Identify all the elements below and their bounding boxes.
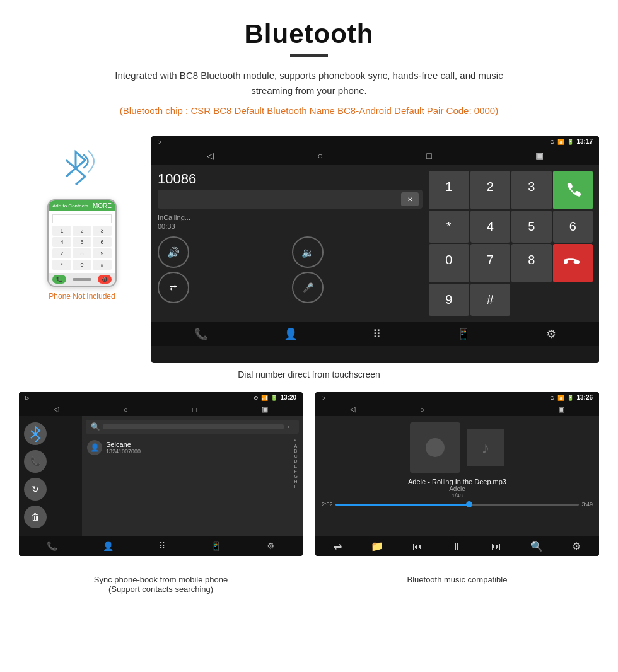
dial-input-bar: ✕ [158, 190, 423, 209]
settings-tab-icon[interactable]: ⚙ [546, 327, 556, 341]
contacts-device-icon[interactable]: 📱 [211, 541, 221, 551]
nav-bar-dial: ◁ ○ □ ▣ [151, 147, 599, 165]
contacts-tab-icon[interactable]: 👤 [284, 327, 298, 341]
shuffle-icon[interactable]: ⇌ [334, 540, 342, 552]
bluetooth-icon-area [57, 142, 107, 193]
folder-icon[interactable]: 📁 [371, 540, 383, 552]
contacts-nav-recent: □ [192, 406, 197, 414]
search-music-icon[interactable]: 🔍 [530, 540, 543, 552]
prev-track-button[interactable]: ⏮ [412, 541, 423, 552]
numpad-2[interactable]: 2 [470, 171, 511, 209]
backspace-button[interactable]: ✕ [401, 192, 419, 206]
numpad-hash[interactable]: # [470, 284, 511, 316]
page-header: Bluetooth Integrated with BC8 Bluetooth … [0, 0, 618, 136]
contacts-caption-line1: Sync phone-book from mobile phone [19, 575, 303, 584]
device-tab-icon[interactable]: 📱 [457, 327, 470, 341]
transfer-button[interactable]: ⇄ [158, 272, 189, 303]
recent-calls-icon[interactable]: 📞 [194, 327, 208, 341]
numpad-1[interactable]: 1 [429, 171, 469, 209]
bluetooth-sidebar-icon[interactable] [24, 422, 47, 445]
phone-hangup-icon [564, 253, 581, 270]
alpha-bar: * A B C D E F G H I [293, 437, 299, 490]
search-icon: 🔍 [91, 422, 100, 431]
album-circle [426, 438, 445, 457]
phone-keys: 1 2 3 4 5 6 7 8 9 * 0 # [52, 226, 112, 270]
progress-track[interactable] [335, 504, 580, 506]
play-pause-button[interactable]: ⏸ [452, 541, 462, 552]
numpad-4[interactable]: 4 [470, 211, 511, 243]
bt-symbol-icon [30, 426, 41, 442]
next-track-button[interactable]: ⏭ [491, 541, 501, 552]
contacts-caption-block: Sync phone-book from mobile phone (Suppo… [19, 575, 303, 594]
phone-bottom-bar: 📞 📵 [49, 273, 115, 286]
dial-number: 10086 [158, 171, 423, 187]
album-art-area: ♪ ♪ [410, 422, 504, 473]
red-hang-up-button[interactable] [553, 244, 593, 282]
numpad-7[interactable]: 7 [470, 244, 511, 282]
equalizer-icon[interactable]: ⚙ [572, 540, 581, 552]
contacts-list: 🔍 ← 👤 Seicane 13241007000 [82, 416, 303, 536]
numpad-3[interactable]: 3 [511, 171, 552, 209]
contacts-sidebar: 📞 ↻ 🗑 [19, 416, 82, 536]
page-title: Bluetooth [13, 19, 605, 49]
contacts-person-icon[interactable]: 👤 [103, 541, 114, 551]
phone-sidebar-icon[interactable]: 📞 [24, 450, 47, 473]
volume-up-button[interactable]: 🔊 [158, 236, 189, 268]
nav-back-icon: ◁ [207, 151, 214, 161]
progress-fill [335, 504, 470, 506]
trash-sidebar-icon[interactable]: 🗑 [24, 506, 47, 528]
bottom-captions: Sync phone-book from mobile phone (Suppo… [0, 575, 618, 594]
progress-thumb [466, 501, 472, 507]
dialpad-tab-icon[interactable]: ⠿ [373, 327, 381, 341]
android-dial-screen: ▷ ⊙ 📶 🔋 13:17 ◁ ○ □ ▣ 10086 ✕ [151, 136, 599, 363]
numpad-6[interactable]: 6 [553, 211, 593, 243]
music-controls-bar: ⇌ 📁 ⏮ ⏸ ⏭ 🔍 ⚙ [315, 536, 599, 556]
album-art-small: ♪ [467, 429, 504, 466]
contacts-settings-icon[interactable]: ⚙ [267, 541, 275, 551]
numpad-grid: 1 2 3 * 4 5 6 0 7 8 9 # [429, 171, 593, 316]
numpad-0[interactable]: 0 [429, 244, 469, 282]
mic-button[interactable]: 🎤 [292, 272, 324, 303]
contact-list-item[interactable]: 👤 Seicane 13241007000 [86, 437, 293, 458]
contacts-recent-icon[interactable]: 📞 [47, 541, 57, 551]
calling-status: InCalling... [158, 214, 423, 221]
dial-numpad: 1 2 3 * 4 5 6 0 7 8 9 # [429, 171, 593, 316]
contacts-screen: ▷ ⊙ 📶 🔋 13:20 ◁ ○ □ ▣ [19, 392, 303, 556]
status-time-music: 13:26 [576, 394, 593, 401]
phone-not-included-label: Phone Not Included [49, 292, 115, 301]
page-subtitle: Integrated with BC8 Bluetooth module, su… [95, 68, 523, 98]
contacts-bottom-bar: 📞 👤 ⠿ 📱 ⚙ [19, 536, 303, 556]
calling-timer: 00:33 [158, 223, 423, 230]
status-time-contacts: 13:20 [280, 394, 296, 401]
numpad-8[interactable]: 8 [511, 244, 552, 282]
music-nav-recent: □ [489, 406, 493, 414]
status-bar-music: ▷ ⊙ 📶 🔋 13:26 [315, 392, 599, 403]
music-caption-block: Bluetooth music compatible [315, 575, 599, 594]
nav-recent-icon: □ [426, 151, 431, 161]
dial-bottom-bar: 📞 👤 ⠿ 📱 ⚙ [151, 322, 599, 346]
album-art-large: ♪ [410, 422, 460, 473]
numpad-5[interactable]: 5 [511, 211, 552, 243]
contacts-caption-line2: (Support contacts searching) [19, 584, 303, 594]
volume-down-button[interactable]: 🔉 [292, 236, 324, 268]
nav-screenshot-icon: ▣ [535, 151, 544, 161]
numpad-9[interactable]: 9 [429, 284, 469, 316]
phone-illustration: Add to Contacts MORE 1 2 3 4 5 6 7 8 9 *… [19, 136, 145, 301]
contacts-nav-back: ◁ [54, 405, 59, 414]
contacts-dialpad-icon[interactable]: ⠿ [159, 541, 165, 551]
music-nav-back: ◁ [350, 405, 355, 414]
signal-arcs-icon [81, 146, 100, 177]
progress-total-time: 3:49 [581, 501, 593, 507]
refresh-sidebar-icon[interactable]: ↻ [24, 478, 47, 501]
music-note-small-icon: ♪ [482, 438, 490, 458]
progress-bar-container: 2:02 3:49 [322, 501, 593, 507]
contacts-main-area: 📞 ↻ 🗑 🔍 ← [19, 416, 303, 536]
dial-left-panel: 10086 ✕ InCalling... 00:33 🔊 🔉 [158, 171, 429, 316]
call-controls: 🔊 🔉 ⇄ 🎤 [158, 236, 423, 303]
green-call-button[interactable] [553, 171, 593, 209]
nav-bar-music: ◁ ○ □ ▣ [315, 403, 599, 416]
search-bar: 🔍 ← [86, 420, 299, 434]
numpad-star[interactable]: * [429, 211, 469, 243]
phone-answer-icon [564, 180, 581, 197]
contact-phone: 13241007000 [106, 448, 141, 455]
